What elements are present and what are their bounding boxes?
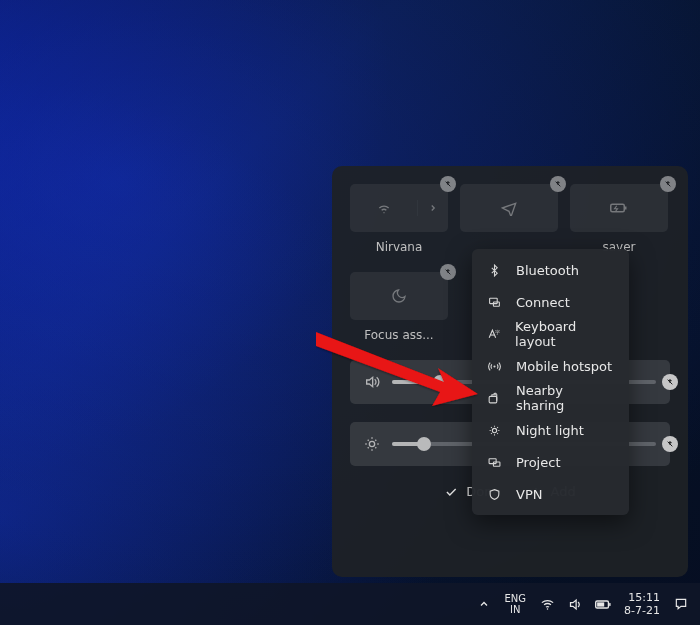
taskbar: ENG IN 15:11 8-7-21 xyxy=(0,583,700,625)
battery-saver-icon xyxy=(610,201,628,215)
tile-focus-label: Focus ass... xyxy=(350,328,448,342)
vpn-shield-icon xyxy=(486,488,502,501)
ctx-label: Night light xyxy=(516,423,584,438)
svg-point-3 xyxy=(369,441,374,446)
moon-icon xyxy=(391,288,407,304)
ctx-item-bluetooth[interactable]: Bluetooth xyxy=(472,254,629,286)
lang-bottom: IN xyxy=(510,604,520,615)
svg-rect-2 xyxy=(625,207,627,210)
hotspot-icon xyxy=(486,360,502,373)
project-icon xyxy=(486,456,502,469)
ctx-label: Nearby sharing xyxy=(516,383,615,413)
svg-rect-16 xyxy=(597,602,604,606)
svg-rect-10 xyxy=(489,458,496,463)
system-tray[interactable] xyxy=(538,597,612,612)
ctx-item-project[interactable]: Project xyxy=(472,446,629,478)
lang-top: ENG xyxy=(505,593,527,604)
keyboard-layout-icon: 字 xyxy=(486,328,501,341)
tiles-row-1 xyxy=(350,184,670,232)
unpin-icon[interactable] xyxy=(662,436,678,452)
clock-date: 8-7-21 xyxy=(624,604,660,617)
notifications-icon[interactable] xyxy=(672,597,690,611)
night-light-icon xyxy=(486,424,502,437)
svg-rect-1 xyxy=(611,204,625,212)
svg-rect-15 xyxy=(609,603,610,606)
ctx-label: Project xyxy=(516,455,560,470)
tile-wifi-label: Nirvana xyxy=(350,240,448,254)
unpin-icon[interactable] xyxy=(662,374,678,390)
ctx-label: Keyboard layout xyxy=(515,319,615,349)
svg-point-9 xyxy=(492,428,496,432)
wifi-tray-icon xyxy=(538,597,556,612)
svg-rect-8 xyxy=(490,396,498,403)
ctx-item-connect[interactable]: Connect xyxy=(472,286,629,318)
unpin-icon[interactable] xyxy=(440,176,456,192)
language-indicator[interactable]: ENG IN xyxy=(505,593,527,615)
ctx-item-nearby-sharing[interactable]: Nearby sharing xyxy=(472,382,629,414)
ctx-label: Mobile hotspot xyxy=(516,359,612,374)
volume-icon xyxy=(364,374,380,390)
check-icon xyxy=(444,485,458,499)
slider-thumb[interactable] xyxy=(433,375,447,389)
tile-focus-assist[interactable] xyxy=(350,272,448,320)
brightness-icon xyxy=(364,436,380,452)
wifi-chevron-icon[interactable] xyxy=(418,203,448,213)
unpin-icon[interactable] xyxy=(660,176,676,192)
battery-tray-icon xyxy=(594,598,612,611)
ctx-label: VPN xyxy=(516,487,542,502)
svg-point-0 xyxy=(383,212,384,213)
svg-text:字: 字 xyxy=(495,328,500,334)
tile-airplane[interactable] xyxy=(460,184,558,232)
ctx-label: Connect xyxy=(516,295,570,310)
clock-time: 15:11 xyxy=(628,591,660,604)
svg-point-13 xyxy=(546,608,548,610)
add-tile-context-menu: Bluetooth Connect 字 Keyboard layout Mobi… xyxy=(472,249,629,515)
unpin-icon[interactable] xyxy=(440,264,456,280)
slider-thumb[interactable] xyxy=(417,437,431,451)
ctx-label: Bluetooth xyxy=(516,263,579,278)
tray-overflow-chevron-icon[interactable] xyxy=(475,598,493,610)
airplane-icon xyxy=(501,200,517,216)
nearby-sharing-icon xyxy=(486,392,502,405)
volume-tray-icon xyxy=(566,597,584,612)
ctx-item-mobile-hotspot[interactable]: Mobile hotspot xyxy=(472,350,629,382)
ctx-item-keyboard-layout[interactable]: 字 Keyboard layout xyxy=(472,318,629,350)
tile-wifi[interactable] xyxy=(350,184,448,232)
connect-icon xyxy=(486,296,502,309)
ctx-item-vpn[interactable]: VPN xyxy=(472,478,629,510)
tile-battery-saver[interactable] xyxy=(570,184,668,232)
wifi-icon xyxy=(376,200,392,216)
clock[interactable]: 15:11 8-7-21 xyxy=(624,591,660,617)
unpin-icon[interactable] xyxy=(550,176,566,192)
ctx-item-night-light[interactable]: Night light xyxy=(472,414,629,446)
svg-point-7 xyxy=(493,365,495,367)
bluetooth-icon xyxy=(486,264,502,277)
